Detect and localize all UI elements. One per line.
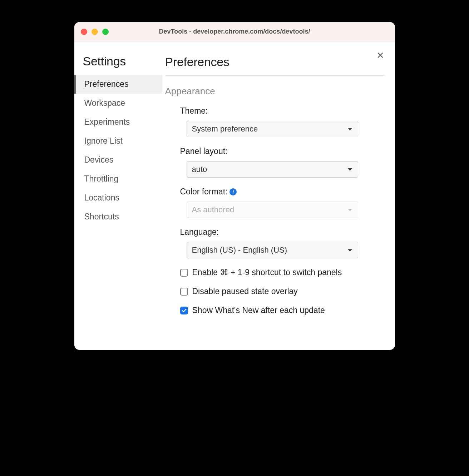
chevron-down-icon — [348, 249, 352, 252]
checkbox-label: Disable paused state overlay — [192, 287, 298, 296]
sidebar-item-label: Locations — [84, 193, 119, 202]
panel-layout-select-value: auto — [192, 165, 207, 174]
checkbox-enable-shortcut[interactable]: Enable ⌘ + 1-9 shortcut to switch panels — [165, 268, 384, 277]
checkbox-icon — [180, 307, 188, 314]
sidebar-item-label: Ignore List — [84, 136, 123, 145]
field-panel-layout: Panel layout: auto — [165, 147, 384, 178]
zoom-window-icon[interactable] — [102, 29, 109, 35]
checkbox-icon — [180, 288, 188, 296]
color-format-select-value: As authored — [192, 205, 234, 214]
field-language: Language: English (US) - English (US) — [165, 227, 384, 258]
checkbox-label: Show What's New after each update — [192, 306, 325, 315]
chevron-down-icon — [348, 168, 352, 171]
settings-main: Preferences Appearance Theme: System pre… — [162, 41, 395, 350]
chevron-down-icon — [348, 128, 352, 130]
language-label: Language: — [180, 227, 384, 237]
sidebar-item-ignore-list[interactable]: Ignore List — [74, 132, 162, 150]
color-format-label: Color format: i — [180, 187, 384, 197]
close-window-icon[interactable] — [81, 29, 87, 35]
sidebar-item-label: Throttling — [84, 174, 119, 183]
theme-select-value: System preference — [192, 124, 258, 134]
field-color-format: Color format: i As authored — [165, 187, 384, 218]
field-theme: Theme: System preference — [165, 106, 384, 137]
panel-layout-label: Panel layout: — [180, 147, 384, 156]
sidebar-item-label: Shortcuts — [84, 212, 119, 221]
sidebar-item-locations[interactable]: Locations — [74, 188, 162, 207]
sidebar-item-shortcuts[interactable]: Shortcuts — [74, 207, 162, 226]
sidebar-item-preferences[interactable]: Preferences — [74, 75, 162, 94]
language-select-value: English (US) - English (US) — [192, 246, 287, 255]
sidebar-item-workspace[interactable]: Workspace — [74, 94, 162, 113]
chevron-down-icon — [348, 209, 352, 211]
sidebar-item-label: Devices — [84, 155, 114, 164]
panel-layout-select[interactable]: auto — [187, 161, 358, 178]
checkbox-icon — [180, 269, 188, 277]
language-select[interactable]: English (US) - English (US) — [187, 242, 358, 258]
checkbox-disable-paused-overlay[interactable]: Disable paused state overlay — [165, 287, 384, 296]
sidebar-item-label: Workspace — [84, 98, 125, 108]
window-title: DevTools - developer.chrome.com/docs/dev… — [80, 28, 389, 35]
sidebar-title: Settings — [74, 54, 162, 75]
page-title: Preferences — [165, 55, 384, 76]
devtools-settings-window: DevTools - developer.chrome.com/docs/dev… — [74, 22, 395, 350]
sidebar-item-experiments[interactable]: Experiments — [74, 113, 162, 132]
checkbox-show-whats-new[interactable]: Show What's New after each update — [165, 306, 384, 315]
minimize-window-icon[interactable] — [92, 29, 98, 35]
checkbox-label: Enable ⌘ + 1-9 shortcut to switch panels — [192, 268, 342, 277]
settings-content: ✕ Settings Preferences Workspace Experim… — [74, 41, 395, 350]
color-format-select: As authored — [187, 202, 358, 218]
section-appearance: Appearance — [165, 86, 384, 97]
theme-label: Theme: — [180, 106, 384, 116]
settings-sidebar: Settings Preferences Workspace Experimen… — [74, 41, 162, 350]
theme-select[interactable]: System preference — [187, 121, 358, 137]
traffic-lights — [81, 29, 109, 35]
info-icon[interactable]: i — [229, 188, 237, 195]
window-titlebar: DevTools - developer.chrome.com/docs/dev… — [74, 22, 395, 41]
sidebar-item-label: Experiments — [84, 117, 130, 127]
color-format-label-text: Color format: — [180, 187, 228, 197]
sidebar-item-throttling[interactable]: Throttling — [74, 169, 162, 188]
close-icon[interactable]: ✕ — [376, 50, 384, 61]
sidebar-item-label: Preferences — [84, 79, 129, 89]
sidebar-item-devices[interactable]: Devices — [74, 150, 162, 169]
